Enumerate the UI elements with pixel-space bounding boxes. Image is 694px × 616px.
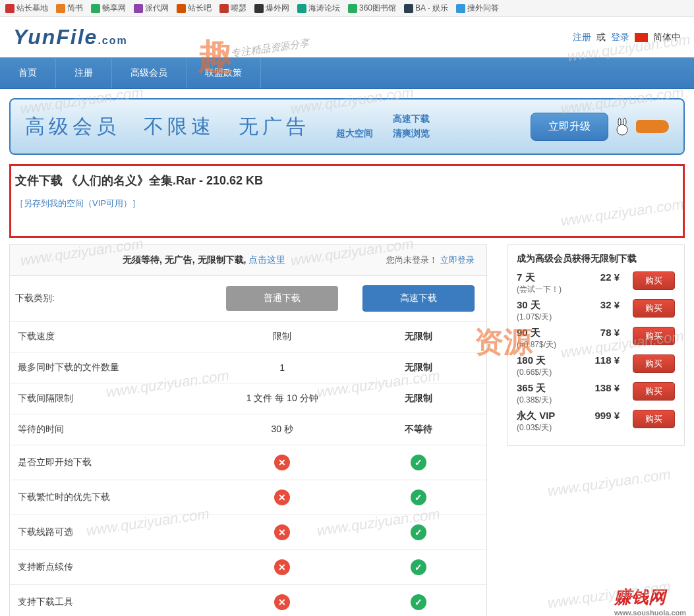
row-label: 下载速度 (10, 322, 214, 352)
bookmark-item[interactable]: 站长吧 (177, 3, 212, 14)
vip-plan-row: 180 天(0.66$/天)118 ¥购买 (517, 354, 675, 378)
logo: YunFile.com (13, 25, 128, 49)
rabbit-icon (612, 117, 632, 136)
bookmark-favicon (404, 4, 413, 13)
file-info-box: 文件下载 《人们的名义》全集.Rar - 210.62 KB ［另存到我的空间（… (9, 164, 685, 238)
bookmark-item[interactable]: 海涛论坛 (297, 3, 340, 14)
buy-button[interactable]: 购买 (633, 382, 675, 401)
plan-name: 90 天 (517, 327, 583, 339)
cross-icon: ✕ (274, 490, 290, 505)
bookmark-item[interactable]: 简书 (56, 3, 83, 14)
buy-button[interactable]: 购买 (633, 410, 675, 428)
login-status: 您尚未登录！ 立即登录 (386, 254, 475, 266)
login-link[interactable]: 登录 (611, 32, 629, 43)
buy-button[interactable]: 购买 (633, 354, 675, 373)
feature-speed: 高速下载 (393, 113, 430, 125)
nav-item[interactable]: 注册 (56, 58, 112, 88)
row-label: 最多同时下载的文件数量 (10, 352, 214, 383)
file-title: 文件下载 《人们的名义》全集.Rar - 210.62 KB (15, 173, 679, 188)
nav-item[interactable]: 联盟政策 (187, 58, 261, 88)
plan-sub: (0.38$/天) (517, 395, 583, 406)
bookmark-item[interactable]: 畅享网 (91, 3, 126, 14)
normal-value: 1 (214, 352, 351, 383)
plan-sub: (0.66$/天) (517, 367, 583, 378)
bookmark-item[interactable]: 360图书馆 (348, 3, 396, 14)
fast-value: ✓ (350, 480, 486, 515)
footer-logo: 赚钱网 www.soushuola.com (614, 586, 686, 616)
plan-name: 180 天 (517, 354, 583, 367)
plan-price: 999 ¥ (587, 410, 620, 421)
plan-sub: (0.03$/天) (517, 422, 583, 434)
cross-icon: ✕ (274, 455, 290, 470)
login-now-link[interactable]: 立即登录 (440, 255, 475, 265)
plan-price: 32 ¥ (587, 299, 620, 310)
nav-item[interactable]: 首页 (0, 58, 56, 88)
bookmark-favicon (177, 4, 186, 13)
bookmark-item[interactable]: BA - 娱乐 (404, 3, 448, 14)
plan-sub: (1.07$/天) (517, 312, 583, 323)
table-row: 最多同时下载的文件数量1无限制 (10, 352, 486, 383)
fast-value: 无限制 (350, 383, 486, 414)
download-buttons-row: 下载类别: 普通下载 高速下载 (10, 276, 486, 322)
row-label: 下载繁忙时的优先下载 (10, 480, 214, 515)
svg-point-2 (623, 118, 626, 126)
plan-name: 365 天 (517, 382, 583, 395)
check-icon: ✓ (411, 559, 426, 575)
check-icon: ✓ (411, 490, 426, 505)
logo-text: YunFile (13, 25, 98, 49)
top-row: 无须等待, 无广告, 无限制下载, 点击这里 您尚未登录！ 立即登录 (10, 245, 486, 276)
bookmark-item[interactable]: 爆外网 (254, 3, 289, 14)
row-label: 支持断点续传 (10, 550, 214, 585)
plan-sub: (尝试一下！) (517, 284, 583, 295)
vip-plan-row: 7 天(尝试一下！)22 ¥购买 (517, 271, 675, 295)
or-text: 或 (596, 32, 606, 43)
click-here-link[interactable]: 点击这里 (248, 254, 285, 265)
svg-point-1 (618, 118, 621, 126)
fast-value: ✓ (350, 515, 486, 550)
save-to-space-link[interactable]: ［另存到我的空间（VIP可用）］ (15, 198, 679, 210)
check-icon: ✓ (411, 594, 426, 610)
bookmark-favicon (219, 4, 229, 13)
plan-price: 138 ¥ (587, 382, 620, 393)
table-row: 下载线路可选✕✓ (10, 515, 486, 550)
banner-features: 高速下载 超大空间清爽浏览 (336, 113, 430, 140)
row-label: 下载间隔限制 (10, 383, 214, 414)
vip-title: 成为高级会员获得无限制下载 (517, 253, 675, 265)
buy-button[interactable]: 购买 (633, 327, 675, 345)
normal-value: ✕ (214, 515, 351, 550)
nav-item[interactable]: 高级会员 (112, 58, 187, 88)
upgrade-button[interactable]: 立即升级 (531, 113, 608, 141)
plan-price: 78 ¥ (587, 327, 620, 338)
bookmark-item[interactable]: 搜外问答 (456, 3, 499, 14)
plan-name: 30 天 (517, 299, 583, 312)
check-icon: ✓ (411, 455, 426, 470)
fast-value: ✓ (350, 445, 486, 480)
plan-name: 永久 VIP (517, 410, 583, 422)
main-nav: 首页注册高级会员联盟政策 (0, 57, 694, 89)
cross-icon: ✕ (274, 524, 290, 540)
bookmark-favicon (456, 4, 465, 13)
normal-download-button[interactable]: 普通下载 (226, 286, 338, 311)
fast-value: 无限制 (350, 322, 486, 352)
register-link[interactable]: 注册 (573, 32, 591, 43)
bookmark-favicon (91, 4, 100, 13)
bookmark-favicon (134, 4, 143, 13)
bookmark-favicon (297, 4, 306, 13)
header-right: 注册 或 登录 简体中 (573, 32, 681, 43)
buy-button[interactable]: 购买 (633, 299, 675, 318)
lang-text[interactable]: 简体中 (653, 32, 681, 43)
bookmark-item[interactable]: 派代网 (134, 3, 169, 14)
fast-value: 不等待 (350, 414, 486, 445)
table-row: 支持断点续传✕✓ (10, 550, 486, 585)
plan-sub: (#0.87$/天) (517, 339, 583, 350)
normal-value: ✕ (214, 550, 351, 585)
banner-text: 高级会员 不限速 无广告 (25, 113, 310, 140)
fast-download-button[interactable]: 高速下载 (362, 285, 475, 312)
feature-clean: 清爽浏览 (393, 128, 430, 140)
bookmark-item[interactable]: 嘚瑟 (219, 3, 246, 14)
row-label: 是否立即开始下载 (10, 445, 214, 480)
fast-value: 无限制 (350, 352, 486, 383)
bookmark-item[interactable]: 站长基地 (5, 3, 48, 14)
buy-button[interactable]: 购买 (633, 271, 675, 290)
bookmark-favicon (254, 4, 264, 13)
